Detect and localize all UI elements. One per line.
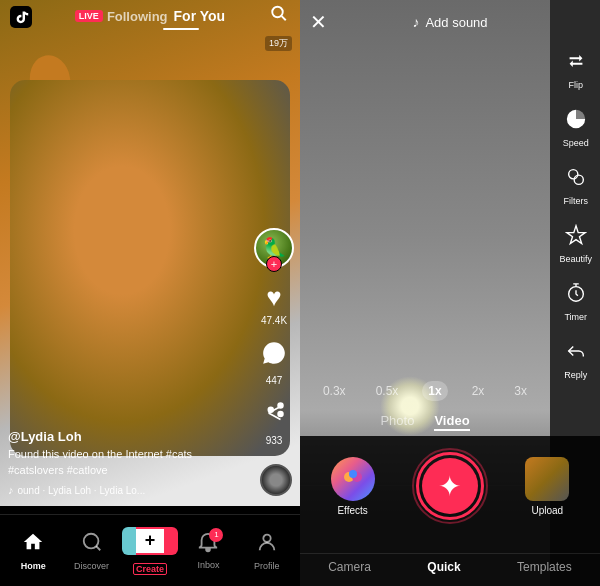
flip-label: Flip [568, 80, 583, 90]
cat-body [10, 80, 290, 456]
timer-tool[interactable]: Timer [564, 282, 587, 322]
heart-icon: ♥ [266, 282, 281, 313]
reply-tool[interactable]: Reply [564, 340, 587, 380]
photo-video-tabs: Photo Video [300, 413, 550, 431]
discover-icon [81, 531, 103, 559]
creator-username[interactable]: @Lydia Loh [8, 429, 240, 444]
view-count: 19万 [265, 36, 292, 51]
inbox-nav-item[interactable]: 1 Inbox [179, 532, 237, 570]
beautify-label: Beautify [559, 254, 592, 264]
music-text: ound · Lydia Loh · Lydia Lo... [18, 485, 146, 496]
discover-nav-item[interactable]: Discover [62, 531, 120, 571]
create-label: Create [133, 563, 167, 575]
profile-label: Profile [254, 561, 280, 571]
svg-line-4 [96, 546, 100, 550]
home-icon [22, 531, 44, 559]
svg-point-11 [349, 470, 357, 478]
filters-label: Filters [563, 196, 588, 206]
effects-button[interactable]: Effects [331, 457, 375, 516]
creator-avatar[interactable]: 🦜 + [254, 228, 294, 268]
svg-line-2 [282, 16, 286, 20]
camera-top-bar: ✕ ♪ Add sound [300, 0, 600, 44]
side-actions: 🦜 + ♥ 47.4K 447 933 [254, 228, 294, 446]
share-count: 933 [266, 435, 283, 446]
video-info: @Lydia Loh Found this video on the Inter… [8, 429, 240, 496]
for-you-tab[interactable]: For You [174, 8, 226, 24]
capture-button[interactable]: ✦ [416, 452, 484, 520]
inbox-icon-wrap: 1 [197, 532, 219, 558]
music-note-icon: ♪ [8, 484, 14, 496]
tiktok-logo [10, 6, 32, 28]
speed-0.5x[interactable]: 0.5x [370, 381, 405, 401]
effects-avatar-bg [331, 457, 375, 501]
music-note-icon: ♪ [412, 14, 419, 30]
create-button[interactable]: + [128, 527, 172, 555]
add-sound-label: Add sound [425, 15, 487, 30]
filters-tool[interactable]: Filters [563, 166, 588, 206]
timer-label: Timer [564, 312, 587, 322]
comment-count: 447 [266, 375, 283, 386]
share-icon [261, 400, 287, 433]
speed-0.3x[interactable]: 0.3x [317, 381, 352, 401]
quick-tab[interactable]: Quick [427, 560, 460, 574]
speed-selector: 0.3x 0.5x 1x 2x 3x [300, 381, 550, 401]
upload-label: Upload [531, 505, 563, 516]
profile-nav-item[interactable]: Profile [238, 531, 296, 571]
discover-label: Discover [74, 561, 109, 571]
add-sound-row[interactable]: ♪ Add sound [412, 14, 487, 30]
templates-tab[interactable]: Templates [517, 560, 572, 574]
like-count: 47.4K [261, 315, 287, 326]
camera-side-tools: Flip Speed Filters [559, 50, 592, 380]
comment-icon [261, 340, 287, 373]
video-tab[interactable]: Video [434, 413, 469, 431]
inbox-label: Inbox [197, 560, 219, 570]
svg-point-6 [568, 170, 577, 179]
like-action[interactable]: ♥ 47.4K [261, 282, 287, 326]
left-panel: LIVE Following For You 19万 🦜 + ♥ 47.4K [0, 0, 300, 586]
mode-tabs: Camera Quick Templates [300, 553, 600, 586]
live-badge: LIVE [75, 10, 103, 22]
inbox-badge: 1 [209, 528, 223, 542]
speed-label: Speed [563, 138, 589, 148]
profile-icon [256, 531, 278, 559]
upload-icon [525, 457, 569, 501]
speed-tool[interactable]: Speed [563, 108, 589, 148]
speed-2x[interactable]: 2x [466, 381, 491, 401]
comment-action[interactable]: 447 [261, 340, 287, 386]
home-nav-item[interactable]: Home [4, 531, 62, 571]
speed-1x[interactable]: 1x [422, 381, 447, 401]
create-nav-item[interactable]: + Create [121, 527, 179, 575]
beautify-icon [565, 224, 587, 252]
sound-disc [260, 464, 292, 496]
video-caption: Found this video on the Internet #cats #… [8, 447, 240, 478]
beautify-tool[interactable]: Beautify [559, 224, 592, 264]
effects-label: Effects [337, 505, 367, 516]
bottom-nav: Home Discover + Create [0, 514, 300, 586]
share-action[interactable]: 933 [261, 400, 287, 446]
camera-bottom: Effects ✦ Upload Camera Quick Templat [300, 436, 600, 586]
capture-highlight [412, 448, 488, 524]
timer-icon [565, 282, 587, 310]
create-btn-bg: + [128, 527, 172, 555]
svg-point-5 [263, 534, 270, 541]
flip-tool[interactable]: Flip [565, 50, 587, 90]
plus-icon: + [145, 530, 156, 551]
right-panel: ✕ ♪ Add sound Flip Speed [300, 0, 600, 586]
search-icon[interactable] [270, 5, 288, 28]
speed-3x[interactable]: 3x [508, 381, 533, 401]
top-nav: LIVE Following For You [0, 0, 300, 32]
speed-icon [565, 108, 587, 136]
svg-point-1 [272, 7, 283, 18]
following-tab[interactable]: Following [107, 9, 168, 24]
flip-icon [565, 50, 587, 78]
filters-icon [565, 166, 587, 194]
camera-tab[interactable]: Camera [328, 560, 371, 574]
close-button[interactable]: ✕ [310, 10, 327, 34]
upload-button[interactable]: Upload [525, 457, 569, 516]
music-row: ♪ ound · Lydia Loh · Lydia Lo... [8, 484, 240, 496]
tab-underline [163, 28, 199, 30]
camera-tools-row: Effects ✦ Upload [300, 436, 600, 528]
photo-tab[interactable]: Photo [380, 413, 414, 431]
follow-button[interactable]: + [266, 256, 282, 272]
svg-point-7 [574, 175, 583, 184]
